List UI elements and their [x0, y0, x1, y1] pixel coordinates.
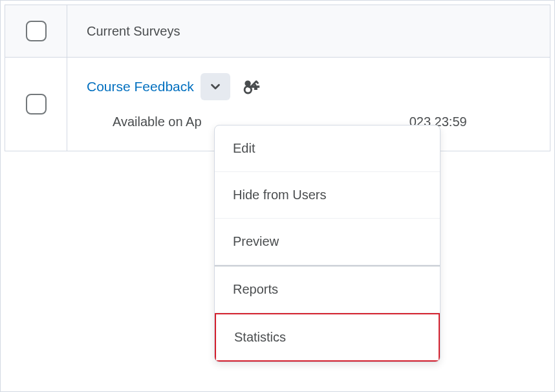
menu-item-edit[interactable]: Edit — [215, 125, 440, 172]
survey-title-line: Course Feedback — [87, 73, 530, 100]
menu-item-label: Reports — [233, 282, 278, 296]
column-header-current-surveys: Current Surveys — [67, 5, 550, 57]
table-header-row: Current Surveys — [5, 5, 550, 58]
menu-item-reports[interactable]: Reports — [215, 265, 440, 313]
select-all-checkbox[interactable] — [26, 21, 47, 41]
key-icon — [242, 78, 260, 96]
menu-item-hide-from-users[interactable]: Hide from Users — [215, 172, 440, 219]
survey-actions-menu: Edit Hide from Users Preview Reports Sta… — [214, 125, 441, 362]
survey-title-link[interactable]: Course Feedback — [87, 79, 194, 94]
menu-item-label: Hide from Users — [233, 188, 326, 202]
survey-actions-dropdown-button[interactable] — [201, 73, 230, 100]
row-checkbox-cell — [5, 58, 67, 151]
row-checkbox[interactable] — [26, 94, 47, 114]
menu-item-preview[interactable]: Preview — [215, 219, 440, 265]
menu-item-label: Preview — [233, 234, 279, 248]
availability-prefix: Available on Ap — [113, 114, 202, 129]
menu-item-label: Statistics — [234, 330, 286, 344]
select-all-checkbox-cell — [5, 5, 67, 57]
header-label: Current Surveys — [87, 24, 180, 39]
chevron-down-icon — [208, 80, 223, 94]
menu-item-label: Edit — [233, 141, 255, 155]
menu-item-statistics[interactable]: Statistics — [215, 313, 440, 362]
